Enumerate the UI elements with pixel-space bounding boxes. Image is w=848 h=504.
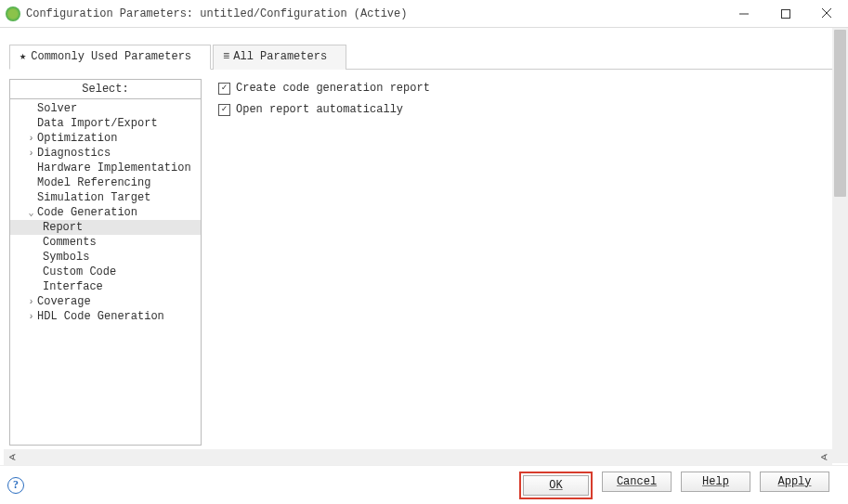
window-buttons bbox=[723, 1, 848, 27]
tab-label: All Parameters bbox=[233, 50, 327, 63]
tree-item-symbols[interactable]: Symbols bbox=[10, 250, 201, 265]
dialog-buttons: OK Cancel Help Apply bbox=[519, 472, 829, 499]
bottom-bar: ? OK Cancel Help Apply bbox=[0, 465, 848, 504]
tree-item-code-generation[interactable]: ⌄Code Generation bbox=[10, 205, 201, 220]
checkbox-icon[interactable] bbox=[218, 104, 230, 116]
svg-rect-1 bbox=[781, 9, 789, 18]
close-button[interactable] bbox=[806, 1, 848, 27]
category-tree[interactable]: SolverData Import/Export›Optimization›Di… bbox=[10, 99, 201, 324]
option-open-auto[interactable]: Open report automatically bbox=[218, 100, 841, 119]
main-area: Select: SolverData Import/Export›Optimiz… bbox=[2, 70, 848, 446]
ok-button-focus-ring: OK bbox=[519, 472, 593, 499]
tree-item-report[interactable]: Report bbox=[10, 220, 201, 235]
help-button[interactable]: Help bbox=[681, 472, 750, 492]
tree-item-label: Interface bbox=[42, 280, 103, 293]
tree-item-label: Data Import/Export bbox=[36, 117, 158, 130]
tree-item-label: Report bbox=[42, 221, 83, 234]
tree-header: Select: bbox=[10, 80, 201, 99]
tree-item-diagnostics[interactable]: ›Diagnostics bbox=[10, 146, 201, 161]
context-help-icon[interactable]: ? bbox=[7, 477, 24, 494]
tab-label: Commonly Used Parameters bbox=[31, 50, 191, 63]
minimize-icon bbox=[739, 9, 749, 19]
option-label: Create code generation report bbox=[236, 82, 430, 95]
checkbox-icon[interactable] bbox=[218, 83, 230, 95]
title-bar: Configuration Parameters: untitled/Confi… bbox=[0, 0, 848, 28]
content-area: ★ Commonly Used Parameters ≡ All Paramet… bbox=[0, 28, 848, 504]
app-icon bbox=[6, 6, 20, 21]
window-title: Configuration Parameters: untitled/Confi… bbox=[26, 7, 723, 20]
tree-item-simulation-target[interactable]: Simulation Target bbox=[10, 190, 201, 205]
cancel-button[interactable]: Cancel bbox=[602, 472, 672, 492]
tree-item-data-import-export[interactable]: Data Import/Export bbox=[10, 116, 201, 131]
expand-arrow-icon[interactable]: ⌄ bbox=[26, 207, 36, 218]
maximize-icon bbox=[781, 9, 790, 19]
options-panel: Create code generation report Open repor… bbox=[218, 79, 841, 446]
tab-all-parameters[interactable]: ≡ All Parameters bbox=[213, 45, 346, 70]
tree-item-hdl-code-generation[interactable]: ›HDL Code Generation bbox=[10, 309, 201, 324]
expand-arrow-icon[interactable]: › bbox=[26, 297, 36, 307]
vertical-scrollbar[interactable] bbox=[832, 28, 848, 463]
tree-item-label: Symbols bbox=[42, 251, 89, 264]
tab-commonly-used[interactable]: ★ Commonly Used Parameters bbox=[9, 45, 211, 70]
tree-item-label: Hardware Implementation bbox=[36, 162, 191, 174]
tree-item-label: HDL Code Generation bbox=[36, 310, 164, 323]
tree-item-optimization[interactable]: ›Optimization bbox=[10, 131, 201, 146]
minimize-button[interactable] bbox=[723, 1, 764, 27]
maximize-button[interactable] bbox=[764, 1, 806, 27]
expand-arrow-icon[interactable]: › bbox=[26, 312, 36, 322]
tree-item-comments[interactable]: Comments bbox=[10, 235, 201, 250]
tree-item-coverage[interactable]: ›Coverage bbox=[10, 294, 201, 309]
tree-item-label: Custom Code bbox=[42, 265, 116, 278]
ok-button[interactable]: OK bbox=[523, 475, 589, 496]
expand-arrow-icon[interactable]: › bbox=[26, 134, 36, 144]
tree-item-label: Diagnostics bbox=[36, 147, 111, 160]
tree-item-label: Coverage bbox=[36, 295, 91, 308]
tree-item-label: Code Generation bbox=[36, 206, 137, 219]
scroll-left-icon[interactable]: ∢ bbox=[7, 452, 18, 463]
star-icon: ★ bbox=[20, 49, 26, 63]
option-label: Open report automatically bbox=[236, 103, 403, 116]
tree-item-label: Simulation Target bbox=[36, 191, 150, 204]
content-wrap: ★ Commonly Used Parameters ≡ All Paramet… bbox=[0, 28, 848, 465]
option-create-report[interactable]: Create code generation report bbox=[218, 79, 841, 97]
scroll-right-icon[interactable]: ∢ bbox=[818, 452, 829, 463]
tree-item-solver[interactable]: Solver bbox=[10, 101, 201, 116]
tree-item-model-referencing[interactable]: Model Referencing bbox=[10, 175, 201, 190]
tree-item-interface[interactable]: Interface bbox=[10, 279, 201, 294]
tabs-row: ★ Commonly Used Parameters ≡ All Paramet… bbox=[2, 30, 848, 69]
apply-button[interactable]: Apply bbox=[760, 472, 829, 492]
horizontal-scrollbar[interactable]: ∢ ∢ bbox=[4, 449, 832, 465]
tree-item-label: Solver bbox=[36, 102, 77, 115]
category-tree-panel: Select: SolverData Import/Export›Optimiz… bbox=[9, 79, 202, 446]
scrollbar-thumb[interactable] bbox=[834, 30, 846, 197]
tree-item-label: Optimization bbox=[36, 132, 117, 145]
tree-item-hardware-implementation[interactable]: Hardware Implementation bbox=[10, 161, 201, 175]
tree-item-label: Model Referencing bbox=[36, 176, 150, 189]
close-icon bbox=[822, 8, 832, 19]
expand-arrow-icon[interactable]: › bbox=[26, 149, 36, 159]
tree-item-custom-code[interactable]: Custom Code bbox=[10, 265, 201, 279]
list-icon: ≡ bbox=[223, 50, 228, 63]
tree-item-label: Comments bbox=[42, 236, 97, 249]
